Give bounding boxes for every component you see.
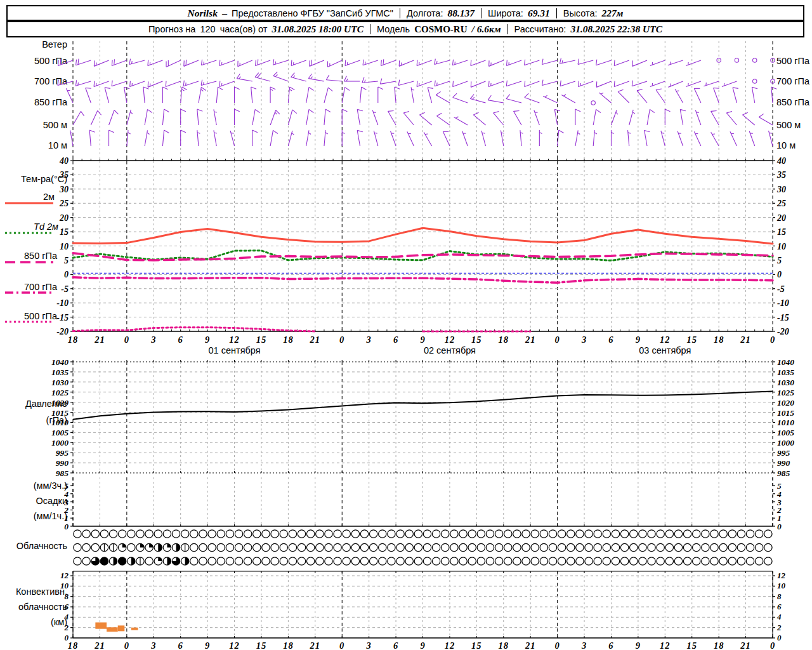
cloud-cover-symbol <box>343 530 350 538</box>
svg-text:1000: 1000 <box>777 438 794 448</box>
svg-text:9: 9 <box>205 640 210 650</box>
svg-text:40: 40 <box>776 156 786 166</box>
svg-text:15: 15 <box>686 335 697 345</box>
cloud-cover-symbol <box>334 530 341 538</box>
cloud-cover-symbol <box>396 557 404 565</box>
cloud-cover-symbol <box>639 543 646 551</box>
svg-text:990: 990 <box>56 458 69 468</box>
svg-text:1005: 1005 <box>51 428 69 437</box>
svg-text:5: 5 <box>64 256 69 265</box>
cloud-cover-symbol <box>504 530 512 538</box>
svg-text:6: 6 <box>393 335 398 345</box>
cloud-cover-symbol <box>226 543 233 551</box>
cloud-cover-symbol <box>746 557 754 565</box>
cloud-cover-symbol <box>737 543 745 551</box>
cloud-cover-symbol <box>351 530 359 538</box>
svg-text:18: 18 <box>68 640 79 650</box>
svg-text:18: 18 <box>283 640 294 650</box>
cloud-cover-symbol <box>208 557 216 565</box>
cloud-cover-symbol <box>199 557 207 565</box>
svg-text:1035: 1035 <box>51 368 69 377</box>
cloud-cover-symbol <box>217 543 225 551</box>
cloud-cover-symbol <box>639 557 646 565</box>
cloud-cover-symbol <box>504 557 512 565</box>
cloud-cover-symbol <box>74 557 81 565</box>
cloud-cover-symbol <box>657 557 664 565</box>
svg-text:10: 10 <box>777 242 786 251</box>
cloud-cover-symbol <box>280 557 287 565</box>
cloud-cover-symbol <box>746 543 754 551</box>
cloud-cover-symbol <box>316 543 324 551</box>
cloud-cover-symbol <box>710 557 718 565</box>
cloud-cover-symbol <box>190 557 198 565</box>
svg-text:1020: 1020 <box>777 398 794 408</box>
cloud-cover-symbol <box>513 557 521 565</box>
svg-text:0: 0 <box>339 640 344 650</box>
cloud-cover-symbol <box>683 557 691 565</box>
cloud-cover-symbol <box>728 543 736 551</box>
cloud-cover-symbol <box>612 530 619 538</box>
svg-text:985: 985 <box>56 468 69 478</box>
cloud-cover-symbol <box>665 543 673 551</box>
svg-text:1015: 1015 <box>51 408 69 418</box>
svg-text:20: 20 <box>59 213 69 223</box>
cloud-cover-symbol <box>414 530 422 538</box>
cloud-cover-symbol <box>388 530 395 538</box>
cloud-cover-symbol <box>82 557 90 565</box>
curve-t500 <box>73 328 530 331</box>
cloud-cover-symbol <box>710 530 718 538</box>
svg-text:6: 6 <box>65 602 69 611</box>
svg-text:18: 18 <box>283 335 294 345</box>
svg-text:25: 25 <box>776 199 786 208</box>
cloud-cover-symbol <box>298 557 305 565</box>
cloud-cover-symbol <box>119 530 126 538</box>
cloud-cover-symbol <box>208 530 216 538</box>
cloud-cover-symbol <box>468 530 476 538</box>
cloud-cover-symbol <box>396 543 404 551</box>
svg-text:18: 18 <box>68 335 79 345</box>
svg-text:990: 990 <box>777 458 790 468</box>
cloud-cover-symbol <box>702 543 709 551</box>
cloud-cover-symbol <box>199 543 207 551</box>
cloud-cover-symbol <box>693 530 700 538</box>
cloud-cover-symbol <box>145 557 153 565</box>
wind-barb-row-1 <box>58 72 775 87</box>
cloud-cover-symbol <box>612 557 619 565</box>
cloud-cover-symbol <box>235 530 242 538</box>
cloud-cover-symbol <box>136 530 144 538</box>
cloud-cover-symbol <box>693 543 700 551</box>
cloud-cover-symbol <box>486 530 494 538</box>
cloud-cover-symbol <box>244 557 251 565</box>
svg-text:1020: 1020 <box>51 398 69 408</box>
cloud-cover-symbol <box>289 543 296 551</box>
cloud-cover-symbol <box>576 557 584 565</box>
cloud-cover-symbol <box>648 557 655 565</box>
svg-text:21: 21 <box>310 640 321 650</box>
svg-text:12: 12 <box>660 640 671 650</box>
cloud-cover-symbol <box>567 530 575 538</box>
svg-text:-10: -10 <box>56 298 69 308</box>
cloud-cover-symbol <box>756 530 763 538</box>
cloud-cover-symbol <box>226 530 233 538</box>
svg-text:18: 18 <box>499 640 509 650</box>
cloud-cover-symbol <box>405 557 413 565</box>
cloud-cover-symbol <box>683 530 691 538</box>
cloud-cover-symbol <box>432 530 440 538</box>
cloud-cover-symbol <box>262 543 270 551</box>
wind-barbs <box>58 58 776 146</box>
cloud-cover-symbol <box>603 530 610 538</box>
cloud-cover-symbol <box>432 543 440 551</box>
cloud-cover-symbol <box>585 543 593 551</box>
cloud-cover-symbol <box>74 530 81 538</box>
svg-text:0: 0 <box>770 640 775 650</box>
svg-text:21: 21 <box>310 335 321 345</box>
cloud-cover-symbol <box>450 543 458 551</box>
svg-text:21: 21 <box>94 335 105 345</box>
cloud-cover-symbol <box>442 543 449 551</box>
cloud-cover-symbol <box>486 557 494 565</box>
cloud-cover-symbol <box>442 557 449 565</box>
wind-barb-row-2 <box>66 87 776 105</box>
cloud-cover-symbol <box>442 530 449 538</box>
cloud-cover-symbol <box>648 530 655 538</box>
cloud-cover-symbol <box>423 557 431 565</box>
